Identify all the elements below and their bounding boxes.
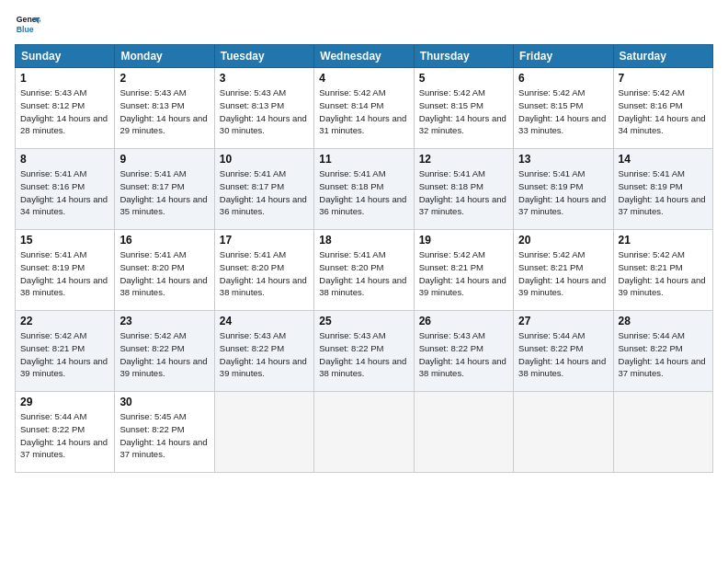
calendar-cell: 23 Sunrise: 5:42 AM Sunset: 8:22 PM Dayl… [115, 311, 214, 392]
day-info: Sunrise: 5:45 AM Sunset: 8:22 PM Dayligh… [119, 410, 209, 461]
calendar-cell: 1 Sunrise: 5:43 AM Sunset: 8:12 PM Dayli… [16, 68, 115, 149]
col-header-sunday: Sunday [16, 45, 115, 68]
calendar-cell: 11 Sunrise: 5:41 AM Sunset: 8:18 PM Dayl… [314, 149, 414, 230]
day-info: Sunrise: 5:41 AM Sunset: 8:19 PM Dayligh… [619, 167, 708, 218]
calendar-cell: 4 Sunrise: 5:42 AM Sunset: 8:14 PM Dayli… [314, 68, 414, 149]
col-header-friday: Friday [514, 45, 613, 68]
day-number: 14 [619, 153, 708, 166]
day-number: 5 [419, 72, 508, 85]
day-info: Sunrise: 5:44 AM Sunset: 8:22 PM Dayligh… [518, 329, 608, 380]
calendar-cell: 28 Sunrise: 5:44 AM Sunset: 8:22 PM Dayl… [613, 311, 712, 392]
day-info: Sunrise: 5:41 AM Sunset: 8:19 PM Dayligh… [518, 167, 608, 218]
col-header-monday: Monday [115, 45, 214, 68]
day-info: Sunrise: 5:41 AM Sunset: 8:17 PM Dayligh… [119, 167, 209, 218]
calendar-cell: 7 Sunrise: 5:42 AM Sunset: 8:16 PM Dayli… [613, 68, 712, 149]
calendar-cell: 10 Sunrise: 5:41 AM Sunset: 8:17 PM Dayl… [214, 149, 313, 230]
calendar-cell [514, 392, 613, 473]
day-info: Sunrise: 5:41 AM Sunset: 8:20 PM Dayligh… [319, 248, 408, 299]
day-number: 23 [119, 315, 209, 327]
calendar-cell: 20 Sunrise: 5:42 AM Sunset: 8:21 PM Dayl… [514, 230, 613, 311]
col-header-wednesday: Wednesday [314, 45, 414, 68]
col-header-thursday: Thursday [414, 45, 513, 68]
calendar-cell: 27 Sunrise: 5:44 AM Sunset: 8:22 PM Dayl… [514, 311, 613, 392]
calendar-cell [214, 392, 313, 473]
day-number: 9 [119, 153, 209, 166]
calendar-cell [314, 392, 414, 473]
day-number: 8 [20, 153, 109, 166]
day-number: 28 [619, 315, 708, 327]
calendar-cell: 21 Sunrise: 5:42 AM Sunset: 8:21 PM Dayl… [613, 230, 712, 311]
week-row-3: 15 Sunrise: 5:41 AM Sunset: 8:19 PM Dayl… [16, 230, 713, 311]
day-number: 2 [119, 72, 209, 85]
calendar-cell: 12 Sunrise: 5:41 AM Sunset: 8:18 PM Dayl… [414, 149, 513, 230]
day-info: Sunrise: 5:42 AM Sunset: 8:15 PM Dayligh… [518, 86, 608, 137]
calendar-cell: 13 Sunrise: 5:41 AM Sunset: 8:19 PM Dayl… [514, 149, 613, 230]
calendar-cell: 17 Sunrise: 5:41 AM Sunset: 8:20 PM Dayl… [214, 230, 313, 311]
day-info: Sunrise: 5:43 AM Sunset: 8:22 PM Dayligh… [319, 329, 408, 380]
day-number: 12 [419, 153, 508, 166]
day-info: Sunrise: 5:41 AM Sunset: 8:19 PM Dayligh… [20, 248, 109, 299]
calendar: SundayMondayTuesdayWednesdayThursdayFrid… [15, 44, 713, 473]
day-info: Sunrise: 5:41 AM Sunset: 8:18 PM Dayligh… [419, 167, 508, 218]
calendar-cell: 5 Sunrise: 5:42 AM Sunset: 8:15 PM Dayli… [414, 68, 513, 149]
page: General Blue SundayMondayTuesdayWednesda… [0, 0, 728, 563]
day-info: Sunrise: 5:41 AM Sunset: 8:20 PM Dayligh… [119, 248, 209, 299]
calendar-cell: 3 Sunrise: 5:43 AM Sunset: 8:13 PM Dayli… [214, 68, 313, 149]
calendar-cell: 2 Sunrise: 5:43 AM Sunset: 8:13 PM Dayli… [115, 68, 214, 149]
day-info: Sunrise: 5:44 AM Sunset: 8:22 PM Dayligh… [619, 329, 708, 380]
day-number: 11 [319, 153, 408, 166]
day-info: Sunrise: 5:41 AM Sunset: 8:20 PM Dayligh… [220, 248, 309, 299]
day-info: Sunrise: 5:41 AM Sunset: 8:18 PM Dayligh… [319, 167, 408, 218]
day-info: Sunrise: 5:44 AM Sunset: 8:22 PM Dayligh… [20, 410, 109, 461]
calendar-cell: 19 Sunrise: 5:42 AM Sunset: 8:21 PM Dayl… [414, 230, 513, 311]
day-number: 29 [20, 396, 109, 408]
day-number: 21 [619, 234, 708, 247]
logo: General Blue [15, 11, 44, 37]
week-row-4: 22 Sunrise: 5:42 AM Sunset: 8:21 PM Dayl… [16, 311, 713, 392]
day-number: 20 [518, 234, 608, 247]
day-number: 22 [20, 315, 109, 327]
calendar-cell: 8 Sunrise: 5:41 AM Sunset: 8:16 PM Dayli… [16, 149, 115, 230]
calendar-cell: 25 Sunrise: 5:43 AM Sunset: 8:22 PM Dayl… [314, 311, 414, 392]
day-number: 15 [20, 234, 109, 247]
calendar-cell: 29 Sunrise: 5:44 AM Sunset: 8:22 PM Dayl… [16, 392, 115, 473]
day-number: 24 [220, 315, 309, 327]
header-row: SundayMondayTuesdayWednesdayThursdayFrid… [16, 45, 713, 68]
day-number: 17 [220, 234, 309, 247]
header: General Blue [15, 11, 713, 37]
col-header-tuesday: Tuesday [214, 45, 313, 68]
calendar-cell: 24 Sunrise: 5:43 AM Sunset: 8:22 PM Dayl… [214, 311, 313, 392]
calendar-cell: 14 Sunrise: 5:41 AM Sunset: 8:19 PM Dayl… [613, 149, 712, 230]
day-number: 26 [419, 315, 508, 327]
day-info: Sunrise: 5:42 AM Sunset: 8:21 PM Dayligh… [419, 248, 508, 299]
day-number: 19 [419, 234, 508, 247]
day-info: Sunrise: 5:43 AM Sunset: 8:13 PM Dayligh… [220, 86, 309, 137]
calendar-cell: 16 Sunrise: 5:41 AM Sunset: 8:20 PM Dayl… [115, 230, 214, 311]
day-info: Sunrise: 5:42 AM Sunset: 8:21 PM Dayligh… [619, 248, 708, 299]
day-number: 6 [518, 72, 608, 85]
day-number: 27 [518, 315, 608, 327]
day-info: Sunrise: 5:42 AM Sunset: 8:14 PM Dayligh… [319, 86, 408, 137]
week-row-1: 1 Sunrise: 5:43 AM Sunset: 8:12 PM Dayli… [16, 68, 713, 149]
logo-icon: General Blue [15, 11, 40, 37]
day-info: Sunrise: 5:43 AM Sunset: 8:22 PM Dayligh… [220, 329, 309, 380]
calendar-cell: 15 Sunrise: 5:41 AM Sunset: 8:19 PM Dayl… [16, 230, 115, 311]
day-number: 18 [319, 234, 408, 247]
day-number: 7 [619, 72, 708, 85]
day-info: Sunrise: 5:41 AM Sunset: 8:16 PM Dayligh… [20, 167, 109, 218]
calendar-cell: 30 Sunrise: 5:45 AM Sunset: 8:22 PM Dayl… [115, 392, 214, 473]
day-number: 10 [220, 153, 309, 166]
day-info: Sunrise: 5:42 AM Sunset: 8:21 PM Dayligh… [518, 248, 608, 299]
day-number: 4 [319, 72, 408, 85]
day-info: Sunrise: 5:42 AM Sunset: 8:21 PM Dayligh… [20, 329, 109, 380]
day-info: Sunrise: 5:42 AM Sunset: 8:22 PM Dayligh… [119, 329, 209, 380]
calendar-cell: 18 Sunrise: 5:41 AM Sunset: 8:20 PM Dayl… [314, 230, 414, 311]
day-info: Sunrise: 5:43 AM Sunset: 8:12 PM Dayligh… [20, 86, 109, 137]
day-number: 13 [518, 153, 608, 166]
day-info: Sunrise: 5:43 AM Sunset: 8:22 PM Dayligh… [419, 329, 508, 380]
day-number: 25 [319, 315, 408, 327]
day-info: Sunrise: 5:42 AM Sunset: 8:16 PM Dayligh… [619, 86, 708, 137]
day-number: 16 [119, 234, 209, 247]
day-number: 3 [220, 72, 309, 85]
day-info: Sunrise: 5:42 AM Sunset: 8:15 PM Dayligh… [419, 86, 508, 137]
